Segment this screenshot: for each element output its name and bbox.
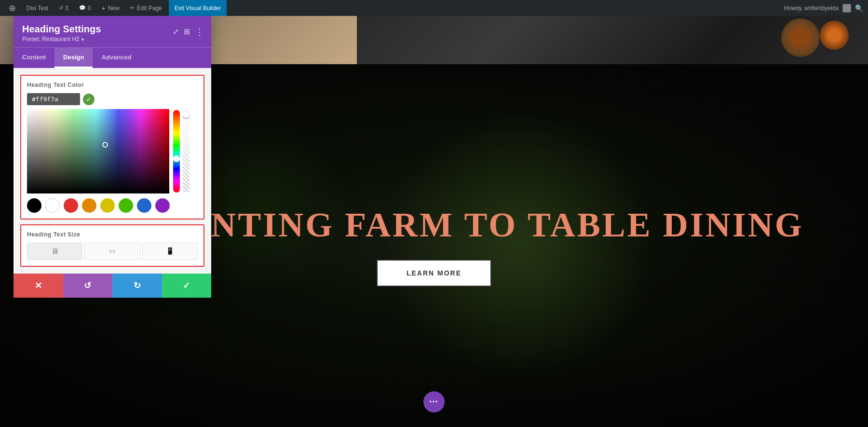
color-black-overlay <box>27 109 169 193</box>
exit-builder-label: Exit Visual Builder <box>175 5 221 12</box>
tab-advanced-label: Advanced <box>101 54 131 61</box>
redo-icon: ↻ <box>134 280 141 291</box>
new-plus-icon: + <box>102 4 106 12</box>
exit-builder-button[interactable]: Exit Visual Builder <box>169 0 227 16</box>
size-device-mobile[interactable]: 📱 <box>142 243 198 260</box>
color-picker-area <box>27 109 198 193</box>
main-area: REINVENTING FARM TO TABLE DINING LEARN M… <box>0 16 868 427</box>
color-section-label: Heading Text Color <box>27 82 198 88</box>
panel-header: Heading Settings Preset: Restaurant H2 ▾… <box>14 16 211 47</box>
wp-logo-item[interactable]: ⊕ <box>5 0 20 16</box>
cancel-button[interactable]: ✕ <box>14 274 63 298</box>
save-icon: ✓ <box>183 280 190 291</box>
preset-label: Preset: Restaurant H2 <box>22 36 80 42</box>
swatches-row <box>27 198 198 213</box>
panel-header-icons: ⤢ ⊞ ⋮ <box>173 27 204 37</box>
hex-input-row: ✓ <box>27 93 198 105</box>
swatch-red[interactable] <box>64 198 78 213</box>
size-section-label: Heading Text Size <box>27 231 198 238</box>
learn-more-button[interactable]: LEARN MORE <box>377 260 491 287</box>
mobile-icon: 📱 <box>166 247 174 255</box>
action-bar: ✕ ↺ ↻ ✓ <box>14 274 211 298</box>
revisions-count: 3 <box>65 5 68 12</box>
howdy-text: Howdy, writtenbyekta <box>784 5 839 12</box>
cancel-icon: ✕ <box>35 280 42 291</box>
alpha-slider[interactable] <box>183 110 190 193</box>
edit-page-label: Edit Page <box>137 5 162 12</box>
fullscreen-icon[interactable]: ⤢ <box>173 28 179 36</box>
size-section: Heading Text Size 🖥 ▭ 📱 <box>20 224 204 267</box>
tab-content[interactable]: Content <box>14 48 54 68</box>
color-canvas[interactable] <box>27 109 169 193</box>
panel-content: Heading Text Color ✓ <box>14 68 211 274</box>
comments-count: 0 <box>88 5 91 12</box>
preset-arrow-icon: ▾ <box>81 37 84 42</box>
settings-panel: Heading Settings Preset: Restaurant H2 ▾… <box>14 16 211 298</box>
revisions-item[interactable]: ↺ 3 <box>55 0 72 16</box>
hex-confirm-button[interactable]: ✓ <box>83 94 95 105</box>
undo-icon: ↺ <box>84 280 91 291</box>
admin-bar: ⊕ Divi Test ↺ 3 💬 0 + New ✏ Edit Page Ex… <box>0 0 868 16</box>
new-button[interactable]: + New <box>98 0 123 16</box>
hue-slider-thumb <box>173 155 180 162</box>
tab-design[interactable]: Design <box>54 48 93 68</box>
hex-input-field[interactable] <box>27 93 80 105</box>
swatch-purple[interactable] <box>155 198 170 213</box>
admin-search-icon[interactable]: 🔍 <box>855 4 863 12</box>
alpha-slider-thumb <box>183 111 190 118</box>
admin-bar-right: Howdy, writtenbyekta 🔍 <box>784 4 863 13</box>
tab-content-label: Content <box>22 54 46 61</box>
new-label: New <box>108 5 120 12</box>
wp-icon: ⊕ <box>9 3 16 14</box>
sliders-container <box>173 109 190 193</box>
site-name-item[interactable]: Divi Test <box>23 0 52 16</box>
swatch-orange[interactable] <box>82 198 96 213</box>
swatch-black[interactable] <box>27 198 41 213</box>
size-devices: 🖥 ▭ 📱 <box>27 243 198 260</box>
redo-button[interactable]: ↻ <box>112 274 162 298</box>
hue-slider[interactable] <box>173 110 180 193</box>
user-avatar[interactable] <box>842 4 851 13</box>
swatch-green[interactable] <box>119 198 133 213</box>
top-image-right <box>357 16 868 64</box>
site-name: Divi Test <box>27 5 48 12</box>
panel-preset[interactable]: Preset: Restaurant H2 ▾ <box>22 36 203 42</box>
panel-tabs: Content Design Advanced <box>14 47 211 68</box>
revisions-icon: ↺ <box>59 5 63 11</box>
size-device-desktop[interactable]: 🖥 <box>27 243 82 260</box>
floating-dots-button[interactable] <box>423 391 445 413</box>
tab-design-label: Design <box>63 54 84 61</box>
save-button[interactable]: ✓ <box>162 274 212 298</box>
tablet-icon: ▭ <box>109 247 115 255</box>
comments-icon: 💬 <box>79 5 86 11</box>
swatch-blue[interactable] <box>137 198 151 213</box>
color-section: Heading Text Color ✓ <box>20 75 204 220</box>
swatch-white[interactable] <box>45 198 60 213</box>
split-icon[interactable]: ⊞ <box>184 28 190 36</box>
edit-page-button[interactable]: ✏ Edit Page <box>126 0 166 16</box>
size-device-tablet[interactable]: ▭ <box>84 243 140 260</box>
tab-advanced[interactable]: Advanced <box>93 48 140 68</box>
comments-item[interactable]: 💬 0 <box>75 0 95 16</box>
desktop-icon: 🖥 <box>51 247 59 256</box>
swatch-yellow[interactable] <box>100 198 115 213</box>
more-options-icon[interactable]: ⋮ <box>195 27 204 37</box>
edit-icon: ✏ <box>130 5 135 11</box>
color-picker-cursor[interactable] <box>102 142 108 148</box>
undo-button[interactable]: ↺ <box>63 274 113 298</box>
